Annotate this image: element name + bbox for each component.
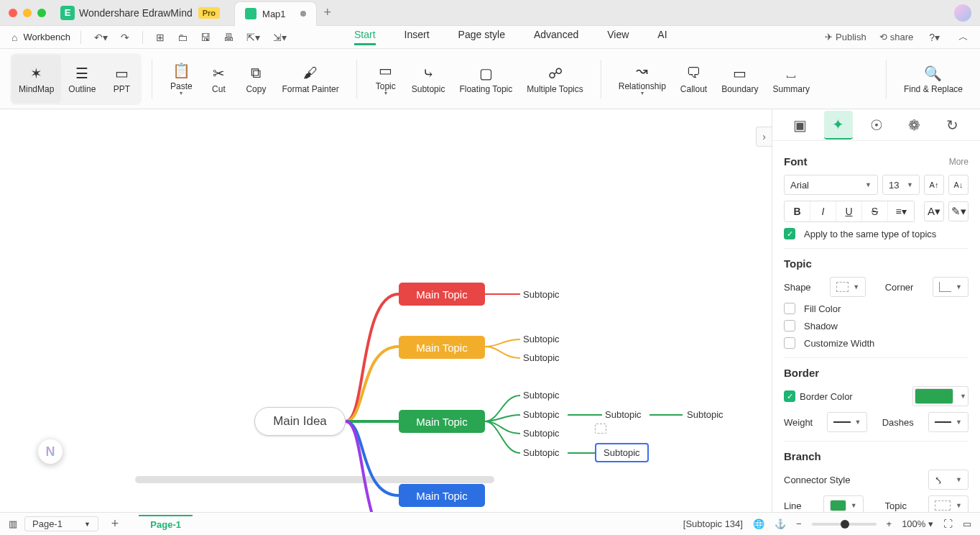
tab-icon[interactable]: ☉: [862, 111, 891, 140]
find-replace-button[interactable]: 🔍Find & Replace: [897, 55, 970, 104]
fill-color-checkbox[interactable]: [784, 303, 795, 314]
branch-line-select[interactable]: ▼: [823, 495, 864, 512]
main-topic-3[interactable]: Main Topic: [399, 410, 485, 433]
new-file-icon[interactable]: ⊞: [153, 30, 167, 45]
fit-screen-icon[interactable]: ⛶: [943, 518, 953, 529]
zoom-out-button[interactable]: −: [796, 518, 802, 529]
undo-button[interactable]: ↶▾: [91, 30, 111, 45]
shadow-checkbox[interactable]: [784, 320, 795, 331]
mode-mindmap-button[interactable]: ✶MindMap: [11, 55, 61, 104]
anchor-icon[interactable]: ⚓: [775, 518, 786, 529]
callout-button[interactable]: 🗨Callout: [673, 55, 714, 104]
border-dashes-select[interactable]: ▼: [928, 412, 969, 432]
mode-ppt-button[interactable]: ▭PPT: [103, 55, 140, 104]
collapse-toggle-icon[interactable]: [595, 424, 606, 434]
ai-fab-button[interactable]: N: [37, 439, 63, 465]
text-color-button[interactable]: A▾: [924, 201, 944, 221]
menu-insert[interactable]: Insert: [405, 29, 430, 45]
redo-button[interactable]: ↷: [118, 30, 132, 45]
export-icon[interactable]: ⇱▾: [244, 30, 263, 45]
relationship-button[interactable]: ↝Relationship▾: [611, 55, 673, 104]
tab-layout[interactable]: ▣: [786, 111, 815, 140]
new-tab-button[interactable]: +: [324, 5, 332, 20]
pages-panel-icon[interactable]: ▥: [9, 518, 17, 529]
menu-page-style[interactable]: Page style: [458, 29, 505, 45]
zoom-in-button[interactable]: +: [887, 518, 892, 529]
save-file-icon[interactable]: 🖫: [198, 30, 213, 45]
canvas[interactable]: › Main Idea Main Topic Main Topic Main T…: [0, 109, 772, 512]
bold-button[interactable]: B: [785, 201, 810, 221]
central-topic[interactable]: Main Idea: [254, 407, 346, 436]
page-tab[interactable]: Page-1: [139, 515, 193, 533]
page-select[interactable]: Page-1▼: [24, 516, 98, 531]
boundary-button[interactable]: ▭Boundary: [714, 55, 765, 104]
open-file-icon[interactable]: 🗀: [175, 30, 190, 45]
paste-button[interactable]: 📋Paste▾: [162, 55, 200, 104]
subtopic[interactable]: Subtopic: [523, 447, 560, 458]
subtopic[interactable]: Subtopic: [687, 409, 724, 420]
menu-start[interactable]: Start: [354, 29, 376, 45]
font-family-select[interactable]: Arial▼: [784, 175, 878, 195]
menu-ai[interactable]: AI: [657, 29, 667, 45]
menu-advanced[interactable]: Advanced: [534, 29, 578, 45]
branch-topic-select[interactable]: ▼: [928, 495, 969, 512]
publish-button[interactable]: ✈Publish: [825, 32, 866, 42]
subtopic[interactable]: Subtopic: [523, 409, 560, 420]
menu-view[interactable]: View: [607, 29, 629, 45]
floating-topic-button[interactable]: ▢Floating Topic: [452, 55, 519, 104]
align-button[interactable]: ≡▾: [888, 201, 914, 221]
subtopic[interactable]: Subtopic: [523, 334, 560, 344]
topic-button[interactable]: ▭Topic▾: [367, 55, 405, 104]
close-window-icon[interactable]: [9, 9, 17, 17]
tab-history[interactable]: ↻: [938, 111, 967, 140]
underline-button[interactable]: U: [836, 201, 862, 221]
subtopic-selected[interactable]: Subtopic: [595, 443, 649, 462]
font-size-increase-button[interactable]: A↑: [924, 175, 944, 195]
zoom-value[interactable]: 100% ▾: [902, 518, 933, 529]
cut-button[interactable]: ✂Cut: [200, 55, 237, 104]
apply-same-type-checkbox[interactable]: ✓: [784, 228, 795, 239]
customize-width-checkbox[interactable]: [784, 337, 795, 349]
collapse-panel-button[interactable]: ›: [756, 127, 772, 147]
summary-button[interactable]: ⎵Summary: [766, 55, 817, 104]
main-topic-1[interactable]: Main Topic: [399, 283, 485, 306]
collapse-ribbon-button[interactable]: ︿: [956, 29, 971, 45]
horizontal-scrollbar[interactable]: [135, 476, 494, 483]
tab-clipart[interactable]: ❁: [900, 111, 929, 140]
subtopic[interactable]: Subtopic: [523, 352, 560, 363]
format-painter-button[interactable]: 🖌Format Painter: [274, 55, 346, 104]
share-button[interactable]: ⟲share: [879, 32, 914, 42]
import-icon[interactable]: ⇲▾: [270, 30, 290, 45]
copy-button[interactable]: ⧉Copy: [237, 55, 274, 104]
zoom-slider[interactable]: [812, 523, 877, 526]
border-color-checkbox[interactable]: ✓: [784, 390, 795, 402]
globe-icon[interactable]: 🌐: [753, 518, 764, 529]
border-color-select[interactable]: ▼: [912, 386, 969, 406]
main-topic-2[interactable]: Main Topic: [399, 336, 485, 359]
print-icon[interactable]: 🖶: [221, 30, 236, 45]
font-size-select[interactable]: 13▼: [882, 175, 920, 195]
corner-select[interactable]: ▼: [933, 277, 969, 297]
document-tab[interactable]: Map1: [234, 1, 317, 26]
mode-outline-button[interactable]: ☰Outline: [61, 55, 103, 104]
add-page-button[interactable]: +: [111, 516, 119, 531]
strikethrough-button[interactable]: S: [862, 201, 888, 221]
workbench-button[interactable]: ⌂ Workbench: [9, 30, 70, 45]
subtopic[interactable]: Subtopic: [605, 409, 642, 420]
border-weight-select[interactable]: ▼: [827, 412, 867, 432]
connector-style-select[interactable]: ⤣▼: [928, 470, 969, 490]
subtopic[interactable]: Subtopic: [523, 390, 560, 401]
minimize-window-icon[interactable]: [23, 9, 32, 17]
shape-select[interactable]: ▼: [830, 277, 866, 297]
subtopic-button[interactable]: ⤷Subtopic: [405, 55, 453, 104]
tab-style[interactable]: ✦: [824, 111, 853, 140]
fullscreen-icon[interactable]: ▭: [963, 518, 971, 529]
font-more-link[interactable]: More: [949, 157, 969, 167]
subtopic[interactable]: Subtopic: [523, 428, 560, 439]
help-button[interactable]: ?▾: [926, 30, 943, 45]
highlight-color-button[interactable]: ✎▾: [948, 201, 969, 221]
maximize-window-icon[interactable]: [37, 9, 46, 17]
font-size-decrease-button[interactable]: A↓: [948, 175, 969, 195]
user-avatar[interactable]: [954, 4, 971, 22]
main-topic-4[interactable]: Main Topic: [399, 484, 485, 507]
